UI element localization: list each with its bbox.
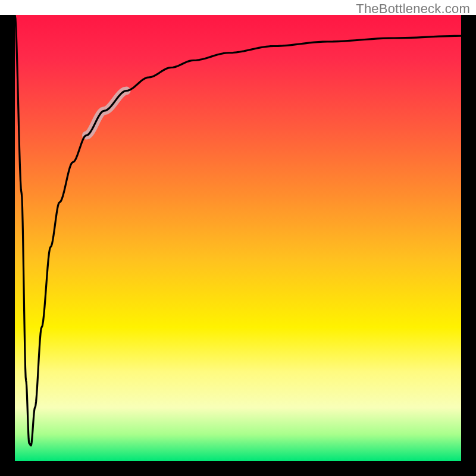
chart-outer	[0, 0, 476, 476]
watermark-text: TheBottleneck.com	[356, 1, 470, 17]
curve-svg	[15, 15, 461, 461]
chart-container: TheBottleneck.com	[0, 0, 476, 476]
bottleneck-curve-line	[15, 15, 461, 446]
plot-area	[15, 15, 461, 461]
